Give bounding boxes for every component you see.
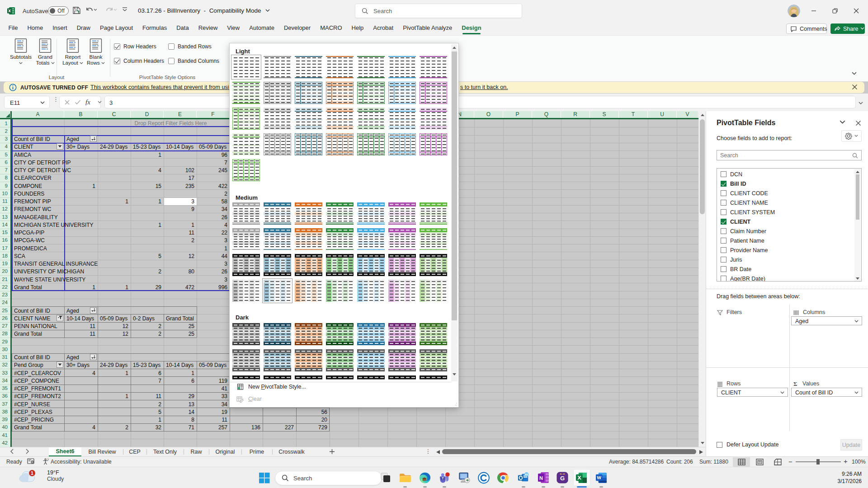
row-header-21[interactable]: 21 (2, 277, 8, 282)
cell-A33[interactable]: #CEP_CLEARCOV (14, 370, 61, 376)
gallery-resize-grip[interactable]: .: (455, 402, 457, 406)
style-medium-16[interactable] (264, 254, 291, 276)
style-medium-6[interactable] (388, 202, 416, 225)
cell-F11[interactable]: 58 (197, 198, 227, 205)
field-item-age-br-date-[interactable]: Age(BR Date) (721, 274, 765, 282)
field-list[interactable]: DCNBill IDCLIENT CODECLIENT NAMECLIENT S… (717, 168, 862, 282)
row-header-18[interactable]: 18 (2, 253, 8, 258)
cell-A31[interactable]: Count of Bill ID (14, 354, 50, 361)
style-medium-14[interactable] (420, 228, 447, 250)
cell-F37[interactable]: 34 (197, 401, 227, 408)
cell-A35[interactable]: #CEP_FREMONT1 (14, 385, 61, 392)
cell-F17[interactable]: 1 (197, 245, 227, 252)
zoom-slider[interactable] (796, 461, 841, 462)
cell-C27[interactable]: 12 (98, 323, 128, 329)
cell-I40[interactable]: 729 (296, 424, 327, 431)
style-light-17[interactable] (326, 108, 354, 130)
undo-button[interactable] (85, 6, 97, 14)
style-dark-9[interactable] (264, 349, 291, 371)
row-header-19[interactable]: 19 (2, 261, 8, 266)
taskbar-icon-word[interactable] (595, 472, 607, 483)
style-medium-27[interactable] (388, 280, 416, 302)
cell-A10[interactable]: FOUNDERS (14, 191, 44, 197)
area-box-values[interactable]: Count of Bill ID (791, 388, 862, 438)
cell-A12[interactable]: FREMONT WC (14, 206, 51, 212)
field-item-br-date[interactable]: BR Date (721, 264, 751, 274)
cell-F20[interactable]: 26 (197, 268, 227, 275)
cell-D7[interactable]: 4 (131, 167, 161, 174)
cell-A5[interactable]: AMICA (14, 152, 31, 158)
column-header-R[interactable]: R (561, 111, 590, 118)
style-medium-2[interactable] (264, 202, 291, 225)
cell-A18[interactable]: SCA (14, 253, 25, 259)
row-header-15[interactable]: 15 (2, 230, 8, 235)
weather-widget[interactable]: 1 19°FCloudy (18, 469, 64, 485)
tools-button[interactable] (841, 130, 862, 142)
ribbon-tab-acrobat[interactable]: Acrobat (368, 22, 398, 35)
cell-A22[interactable]: Grand Total (14, 284, 42, 291)
style-medium-23[interactable] (264, 280, 291, 302)
ribbon-tab-macro[interactable]: MACRO (316, 22, 347, 35)
formula-bar-expand-icon[interactable] (859, 102, 863, 105)
horizontal-scrollbar[interactable] (435, 448, 704, 455)
sheet-tab-crosswalk[interactable]: Crosswalk (272, 447, 311, 456)
sheet-tab-prime[interactable]: Prime (241, 447, 272, 456)
style-light-3[interactable] (326, 56, 354, 78)
hscroll-left-icon[interactable] (436, 450, 440, 454)
style-medium-13[interactable] (388, 228, 416, 250)
column-header-Q[interactable]: Q (532, 111, 561, 118)
cell-A27[interactable]: PENN NATIONAL (14, 323, 57, 329)
report-layout-button[interactable]: ReportLayout (60, 38, 86, 66)
hscroll-right-icon[interactable] (699, 450, 703, 454)
style-medium-8[interactable] (232, 228, 260, 250)
cell-E39[interactable]: 8 (164, 417, 194, 423)
taskbar-icon-task-view[interactable] (380, 472, 392, 483)
pane-close-icon[interactable] (855, 120, 861, 126)
cell-A19[interactable]: TRANSIT GENERAL INSURANCE (14, 261, 98, 267)
style-dark-8[interactable] (232, 349, 260, 371)
row-header-20[interactable]: 20 (2, 268, 8, 274)
cell-E22[interactable]: 472 (164, 284, 194, 291)
row-header-32[interactable]: 32 (2, 362, 8, 367)
title-chevron-icon[interactable] (265, 9, 270, 12)
style-light-2[interactable] (295, 56, 322, 78)
taskbar-icon-excel[interactable] (576, 472, 587, 483)
cell-B4[interactable]: 30+ Days (66, 144, 90, 150)
cell-C22[interactable]: 1 (98, 284, 128, 291)
cell-F13[interactable]: 26 (197, 214, 227, 221)
column-header-P[interactable]: P (503, 111, 532, 118)
style-dark-13[interactable] (388, 349, 416, 371)
cell-A20[interactable]: UNIVERSITY OF MICHIGAN (14, 268, 84, 275)
cell-C36[interactable]: 1 (98, 393, 128, 399)
taskbar-icon-outlook[interactable] (518, 472, 529, 483)
aged-sort-button-3[interactable] (90, 354, 97, 360)
style-light-6[interactable] (420, 56, 447, 78)
ribbon-tab-formulas[interactable]: Formulas (138, 22, 172, 35)
cell-D37[interactable]: 2 (131, 401, 161, 408)
column-header-T[interactable]: T (619, 111, 648, 118)
cell-F39[interactable]: 11 (197, 417, 227, 423)
notification-link[interactable]: This workbook contains features that pre… (90, 84, 240, 90)
cell-E20[interactable]: 80 (164, 268, 194, 275)
cell-D39[interactable]: 1 (131, 417, 161, 423)
sheet-next-icon[interactable] (25, 449, 29, 454)
field-item-client-name[interactable]: CLIENT NAME (721, 198, 768, 207)
style-light-22[interactable] (264, 133, 291, 155)
cell-A40[interactable]: Grand Total (14, 424, 42, 431)
cell-E32[interactable]: 10-14 Days (166, 362, 193, 368)
row-header-17[interactable]: 17 (2, 245, 8, 251)
search-box[interactable]: Search (355, 4, 522, 18)
field-item-patient-name[interactable]: Patient Name (721, 236, 764, 245)
ribbon-tab-data[interactable]: Data (172, 22, 193, 35)
cell-B28[interactable]: 11 (64, 331, 95, 337)
column-header-U[interactable]: U (648, 111, 677, 118)
field-item-client[interactable]: CLIENT (721, 217, 750, 226)
row-header-2[interactable]: 2 (5, 128, 8, 134)
cell-H40[interactable]: 227 (263, 424, 294, 431)
taskbar-icon-file-explorer[interactable] (399, 472, 411, 483)
cell-A26[interactable]: CLIENT NAME (14, 315, 50, 322)
style-light-12[interactable] (388, 82, 416, 104)
style-light-24[interactable] (326, 133, 354, 155)
cell-D34[interactable]: 7 (131, 378, 161, 384)
cell-D4[interactable]: 15-23 Days (133, 144, 160, 150)
